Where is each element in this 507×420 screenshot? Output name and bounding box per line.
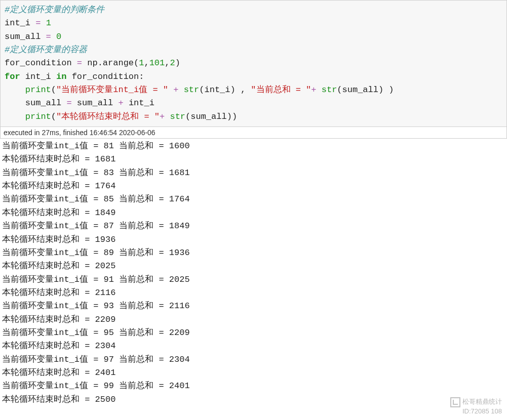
code-token: sum_all (190, 112, 226, 121)
code-string: "当前总和 = " (251, 85, 311, 95)
output-line: 当前循环变量int_i值 = 89 当前总和 = 1936 (2, 248, 190, 258)
code-token (51, 72, 56, 81)
code-token: ( (337, 85, 342, 95)
code-token: ( (134, 58, 139, 68)
code-string: "本轮循环结束时总和 = " (56, 112, 160, 121)
code-token: , (165, 58, 170, 68)
code-token: ( (185, 112, 190, 121)
code-token: print (25, 112, 51, 121)
code-token: int_i (5, 18, 30, 28)
output-line: 当前循环变量int_i值 = 87 当前总和 = 1849 (2, 221, 190, 231)
output-line: 当前循环变量int_i值 = 99 当前总和 = 2401 (2, 381, 190, 391)
output-line: 当前循环变量int_i值 = 85 当前总和 = 1764 (2, 194, 190, 204)
code-token: int_i (129, 98, 154, 108)
output-line: 本轮循环结束时总和 = 2116 (2, 288, 115, 298)
code-token: 0 (56, 32, 61, 41)
code-keyword: in (56, 72, 66, 81)
code-token: + (168, 85, 184, 95)
code-token: = (30, 18, 46, 28)
code-token: 1 (139, 58, 144, 68)
code-token: for_condition (72, 72, 139, 81)
code-token: str (322, 85, 337, 95)
code-token: print (25, 85, 51, 95)
code-token: , (236, 85, 251, 95)
code-token: ) (175, 58, 180, 68)
code-token: str (170, 112, 185, 121)
output-line: 本轮循环结束时总和 = 2401 (2, 368, 115, 377)
code-token (66, 72, 71, 81)
output-line: 当前循环变量int_i值 = 97 当前总和 = 2304 (2, 355, 190, 364)
code-token: arange (103, 58, 134, 68)
code-token: 2 (170, 58, 175, 68)
output-line: 本轮循环结束时总和 = 2500 (2, 395, 115, 404)
output-line: 本轮循环结束时总和 = 2304 (2, 341, 115, 351)
code-comment: #定义循环变量的容器 (5, 45, 87, 55)
code-token: int_i (204, 85, 230, 95)
code-indent (5, 112, 25, 121)
code-token: ) (383, 85, 394, 95)
code-token: ( (199, 85, 204, 95)
code-token: 101 (149, 58, 165, 68)
code-token: sum_all (77, 98, 113, 108)
code-token: ) (230, 85, 236, 95)
code-indent (5, 85, 25, 95)
code-token: sum_all (5, 32, 41, 41)
code-token: + (113, 98, 129, 108)
code-token: for_condition (5, 58, 72, 68)
code-token: np. (87, 58, 103, 68)
code-token: ) (227, 112, 232, 121)
code-token: ( (51, 85, 56, 95)
code-token: str (184, 85, 200, 95)
code-token: sum_all (342, 85, 378, 95)
code-token: sum_all (25, 98, 61, 108)
output-line: 本轮循环结束时总和 = 1849 (2, 208, 115, 218)
code-token: = (61, 98, 77, 108)
code-indent (5, 98, 25, 108)
code-token: ( (51, 112, 56, 121)
code-token: = (41, 32, 56, 41)
code-token: ) (232, 112, 237, 121)
output-line: 当前循环变量int_i值 = 95 当前总和 = 2209 (2, 328, 190, 338)
execution-status-bar: executed in 27ms, finished 16:46:54 2020… (0, 127, 507, 139)
code-token: + (160, 112, 170, 121)
output-line: 本轮循环结束时总和 = 1681 (2, 154, 115, 164)
code-keyword: for (5, 72, 20, 81)
code-cell[interactable]: #定义循环变量的判断条件 int_i = 1 sum_all = 0 #定义循环… (0, 0, 507, 127)
output-line: 当前循环变量int_i值 = 81 当前总和 = 1600 (2, 141, 190, 151)
output-line: 本轮循环结束时总和 = 1764 (2, 181, 115, 191)
code-token: , (144, 58, 149, 68)
output-line: 本轮循环结束时总和 = 1936 (2, 235, 115, 244)
output-line: 当前循环变量int_i值 = 83 当前总和 = 1681 (2, 168, 190, 178)
code-token: = (72, 58, 88, 68)
output-line: 本轮循环结束时总和 = 2209 (2, 315, 115, 324)
code-token: 1 (46, 18, 51, 28)
code-token: ) (378, 85, 383, 95)
code-token: + (311, 85, 321, 95)
output-line: 当前循环变量int_i值 = 93 当前总和 = 2116 (2, 301, 190, 311)
code-comment: #定义循环变量的判断条件 (5, 5, 104, 15)
code-string: "当前循环变量int_i值 = " (56, 85, 168, 95)
output-area[interactable]: 当前循环变量int_i值 = 81 当前总和 = 1600 本轮循环结束时总和 … (0, 139, 507, 407)
output-line: 本轮循环结束时总和 = 2025 (2, 261, 115, 271)
code-token: int_i (25, 72, 51, 81)
code-token: : (139, 72, 144, 81)
output-line: 当前循环变量int_i值 = 91 当前总和 = 2025 (2, 275, 190, 284)
code-token (20, 72, 25, 81)
